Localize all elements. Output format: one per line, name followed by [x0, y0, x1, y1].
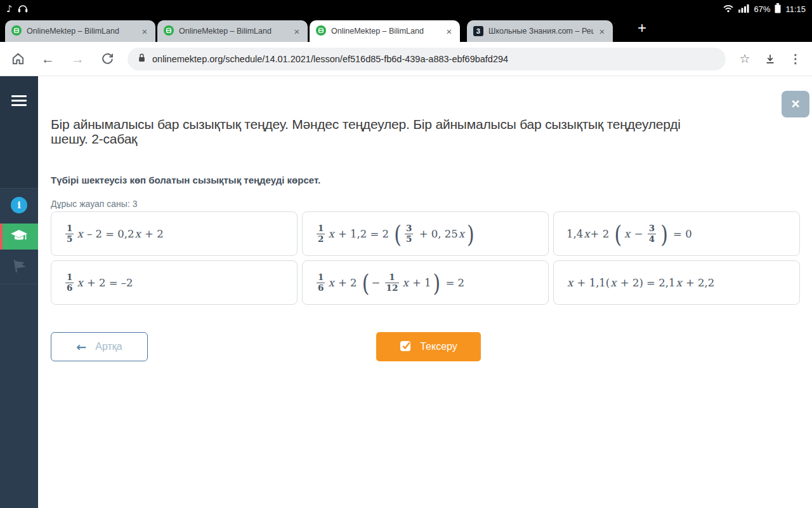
- graduation-cap-icon: [10, 229, 28, 245]
- equation: x + 1,1(x + 2) = 2,1x + 2,2: [566, 277, 714, 289]
- tab-title: OnlineMektep – BilimLand: [27, 27, 136, 36]
- answer-card-3[interactable]: 1,4x+ 2 (x − 34) = 0: [553, 211, 800, 256]
- sidebar-top-section: [0, 76, 38, 189]
- bilimland-favicon: [164, 25, 174, 37]
- question-text: Түбірі шектеусіз көп болатын сызықтық те…: [51, 175, 320, 185]
- flag-icon: [11, 258, 27, 276]
- answer-card-4[interactable]: 16x + 2 = –2: [51, 260, 298, 305]
- menu-toggle-button[interactable]: [11, 95, 27, 109]
- menu-button[interactable]: ⋮: [783, 46, 808, 72]
- tab-title: Школьные Знания.com – Реш: [488, 27, 594, 36]
- sidebar-item-lessons-active[interactable]: [0, 224, 38, 250]
- lesson-back-button[interactable]: ← Артқа: [51, 332, 148, 361]
- lesson-title-line2: шешу. 2-сабақ: [51, 131, 780, 146]
- lesson-title-line1: Бір айнымалысы бар сызықтық теңдеу. Мәнд…: [51, 117, 780, 131]
- equation: 12x + 1,2 = 2 (35 + 0, 25x): [315, 223, 476, 245]
- clock: 11:15: [785, 4, 806, 14]
- bilimland-favicon: [316, 25, 326, 37]
- wifi-icon: [723, 4, 734, 15]
- reload-button[interactable]: [93, 46, 122, 72]
- tab-title: OnlineMektep – BilimLand: [331, 27, 441, 36]
- battery-percent: 67%: [754, 4, 770, 14]
- forward-button[interactable]: →: [63, 46, 93, 72]
- actions-row: ← Артқа Тексеру: [38, 332, 812, 361]
- equation: 15x – 2 = 0,2x + 2: [64, 224, 164, 244]
- lock-icon: [138, 53, 146, 65]
- tab-close-icon[interactable]: ×: [443, 26, 455, 37]
- music-note-icon: ♪: [6, 3, 13, 15]
- answer-card-1[interactable]: 15x – 2 = 0,2x + 2: [51, 211, 298, 256]
- lesson-title: Бір айнымалысы бар сызықтық теңдеу. Мәнд…: [51, 117, 780, 146]
- check-button-label: Тексеру: [420, 341, 457, 352]
- tab-close-icon[interactable]: ×: [291, 26, 303, 37]
- tab-close-icon[interactable]: ×: [596, 26, 608, 37]
- lesson-content: ✕ Бір айнымалысы бар сызықтық теңдеу. Мә…: [38, 76, 812, 508]
- tab-onlinemektep-1[interactable]: OnlineMektep – BilimLand ×: [5, 20, 155, 42]
- status-bar: ♪ 67% 11:15: [0, 0, 812, 18]
- flag-button[interactable]: [11, 259, 27, 276]
- tab-close-icon[interactable]: ×: [139, 26, 150, 37]
- equation: 1,4x+ 2 (x − 34) = 0: [566, 223, 692, 245]
- main-area: i ✕ Бір айнымалысы бар сызықтық теңдеу. …: [0, 76, 812, 508]
- battery-icon: [775, 3, 781, 15]
- home-button[interactable]: [3, 46, 33, 72]
- url-text: onlinemektep.org/schedule/14.01.2021/les…: [152, 54, 508, 64]
- answers-count-label: Дұрыс жауап саны: 3: [51, 199, 137, 209]
- tab-onlinemektep-2[interactable]: OnlineMektep – BilimLand ×: [157, 20, 308, 42]
- tab-title: OnlineMektep – BilimLand: [179, 27, 289, 36]
- download-button[interactable]: [757, 46, 783, 72]
- answer-card-6[interactable]: x + 1,1(x + 2) = 2,1x + 2,2: [553, 260, 800, 305]
- tab-onlinemektep-active[interactable]: OnlineMektep – BilimLand ×: [310, 20, 460, 42]
- headphones-icon: [18, 4, 28, 15]
- info-button[interactable]: i: [11, 197, 27, 213]
- close-icon: ✕: [790, 97, 800, 111]
- lesson-close-button[interactable]: ✕: [782, 91, 809, 117]
- check-button[interactable]: Тексеру: [376, 332, 481, 361]
- tab-bar: OnlineMektep – BilimLand × OnlineMektep …: [0, 18, 812, 42]
- address-bar[interactable]: onlinemektep.org/schedule/14.01.2021/les…: [128, 48, 726, 70]
- browser-toolbar: ← → onlinemektep.org/schedule/14.01.2021…: [0, 42, 812, 76]
- answer-options-grid: 15x – 2 = 0,2x + 2 12x + 1,2 = 2 (35 + 0…: [51, 211, 800, 305]
- bookmark-star-button[interactable]: ☆: [732, 46, 757, 72]
- new-tab-button[interactable]: +: [638, 19, 646, 41]
- check-square-icon: [400, 340, 412, 354]
- back-button[interactable]: ←: [33, 46, 63, 72]
- sidebar-divider: [0, 284, 38, 284]
- answer-card-5[interactable]: 16x + 2 (− 112x + 1) = 2: [302, 260, 549, 305]
- signal-icon: [738, 4, 749, 15]
- info-icon: i: [17, 199, 21, 211]
- sidebar: i: [0, 76, 38, 508]
- znania-favicon: З: [473, 26, 483, 36]
- lesson-back-label: Артқа: [95, 341, 122, 352]
- answer-card-2[interactable]: 12x + 1,2 = 2 (35 + 0, 25x): [302, 211, 549, 256]
- bilimland-favicon: [11, 25, 22, 37]
- left-arrow-icon: ←: [76, 340, 86, 354]
- equation: 16x + 2 = –2: [64, 272, 133, 293]
- tab-znania[interactable]: З Школьные Знания.com – Реш ×: [467, 20, 613, 42]
- equation: 16x + 2 (− 112x + 1) = 2: [315, 272, 464, 294]
